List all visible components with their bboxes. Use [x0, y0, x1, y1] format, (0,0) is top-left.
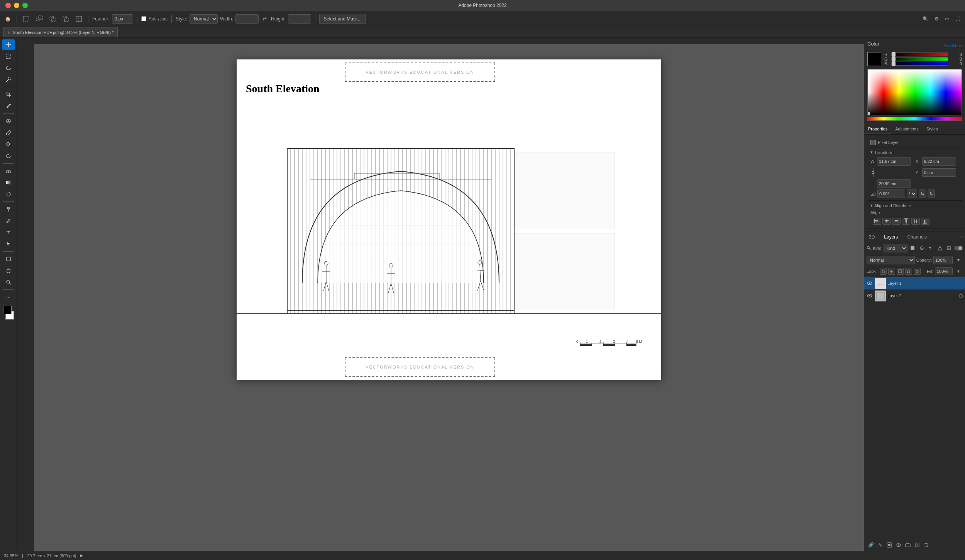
layer-2-visibility[interactable]: [867, 293, 873, 299]
filter-text-btn[interactable]: T: [927, 244, 935, 252]
transform-btn[interactable]: [73, 14, 84, 24]
fullscreen-btn[interactable]: ⛶: [953, 15, 962, 23]
close-tab-icon[interactable]: ✕: [7, 30, 10, 35]
zoom-tool[interactable]: [2, 277, 15, 288]
layer-row-2[interactable]: Layer 2: [864, 289, 965, 302]
lock-artboard-btn[interactable]: [897, 268, 904, 275]
swap-wh-btn[interactable]: ⇄: [261, 15, 269, 23]
lock-position-btn[interactable]: [888, 268, 895, 275]
hand-tool[interactable]: [2, 265, 15, 276]
settings-btn[interactable]: ⚙: [933, 15, 941, 23]
layer-adjust-btn[interactable]: [894, 541, 903, 549]
lock-something-btn[interactable]: [914, 268, 921, 275]
align-right-btn[interactable]: [892, 218, 901, 225]
style-select[interactable]: Normal: [190, 14, 218, 24]
align-left-btn[interactable]: [873, 218, 881, 225]
transform-title[interactable]: ▾ Transform: [870, 150, 959, 155]
width-input[interactable]: [235, 14, 259, 24]
w-input[interactable]: [877, 157, 911, 166]
eyedropper-tool[interactable]: [2, 101, 15, 112]
y-input[interactable]: [922, 168, 956, 177]
filter-shape-btn[interactable]: [936, 244, 943, 252]
tab-3d[interactable]: 3D: [864, 232, 879, 242]
filter-select[interactable]: Kind: [883, 244, 907, 252]
window-btn[interactable]: ▭: [943, 15, 951, 23]
layer-mask-btn[interactable]: [885, 541, 894, 549]
add-selection-btn[interactable]: [34, 14, 45, 24]
intersect-selection-btn[interactable]: [60, 14, 71, 24]
opacity-input[interactable]: [933, 256, 953, 264]
feather-input[interactable]: [112, 14, 133, 24]
brush-tool[interactable]: [2, 127, 15, 138]
h-input[interactable]: [877, 179, 911, 188]
layer-delete-btn[interactable]: [922, 541, 931, 549]
select-mask-button[interactable]: Select and Mask...: [319, 14, 366, 24]
chain-link[interactable]: [870, 167, 876, 178]
align-top-btn[interactable]: [902, 218, 910, 225]
align-bottom-btn[interactable]: [921, 218, 929, 225]
eraser-tool[interactable]: [2, 166, 15, 176]
clone-tool[interactable]: [2, 139, 15, 150]
blue-slider-thumb[interactable]: [892, 61, 896, 66]
color-main-swatch[interactable]: [867, 52, 881, 66]
filter-toggle-btn[interactable]: [954, 244, 963, 252]
maximize-button[interactable]: [22, 3, 28, 8]
blur-tool[interactable]: [2, 189, 15, 200]
lock-all-btn[interactable]: [905, 268, 912, 275]
foreground-color-swatch[interactable]: [3, 306, 12, 314]
blend-mode-select[interactable]: Normal: [867, 256, 915, 264]
status-arrow-btn[interactable]: ▶: [80, 553, 83, 558]
align-middle-v-btn[interactable]: [911, 218, 920, 225]
shape-tool[interactable]: [2, 254, 15, 264]
crop-tool[interactable]: [2, 89, 15, 100]
filter-adjust-btn[interactable]: [918, 244, 925, 252]
tab-adjustments[interactable]: Adjustments: [891, 124, 923, 134]
angle-input[interactable]: [877, 189, 905, 198]
gradient-tool[interactable]: [2, 177, 15, 188]
tab-properties[interactable]: Properties: [864, 124, 891, 134]
lasso-tool[interactable]: [2, 63, 15, 73]
minimize-button[interactable]: [14, 3, 19, 8]
tab-layers[interactable]: Layers: [879, 232, 902, 242]
close-button[interactable]: [5, 3, 11, 8]
document-tab[interactable]: ✕ South Elevation PDF.pdf @ 34.3% (Layer…: [3, 27, 118, 37]
color-spectrum[interactable]: [867, 69, 962, 115]
anti-alias-checkbox[interactable]: [141, 16, 146, 21]
magic-wand-tool[interactable]: [2, 74, 15, 85]
layer-new-btn[interactable]: [913, 541, 921, 549]
opacity-dropdown-btn[interactable]: ▾: [954, 256, 963, 264]
filter-smart-btn[interactable]: [945, 244, 953, 252]
layer-fx-btn[interactable]: fx: [876, 541, 884, 549]
path-select-tool[interactable]: [2, 239, 15, 249]
tab-styles[interactable]: Styles: [923, 124, 942, 134]
red-slider-thumb[interactable]: [892, 52, 896, 57]
green-slider-thumb[interactable]: [892, 57, 896, 61]
layer-group-btn[interactable]: [904, 541, 912, 549]
layers-menu-btn[interactable]: ≡: [956, 233, 965, 241]
layer-link-btn[interactable]: 🔗: [867, 541, 875, 549]
canvas-container[interactable]: VECTORWORKS EDUCATIONAL VERSION South El…: [34, 44, 864, 551]
fill-input[interactable]: [935, 267, 953, 275]
align-center-h-btn[interactable]: [882, 218, 891, 225]
home-button[interactable]: 🏠: [3, 15, 13, 23]
selection-tool[interactable]: [2, 51, 15, 62]
x-input[interactable]: [922, 157, 956, 166]
pen-tool[interactable]: [2, 215, 15, 226]
layer-1-visibility[interactable]: [867, 280, 873, 286]
tab-channels[interactable]: Channels: [902, 232, 931, 242]
angle-select[interactable]: °: [907, 189, 917, 198]
hue-bar[interactable]: [867, 117, 962, 121]
new-selection-btn[interactable]: [21, 14, 32, 24]
layer-row-1[interactable]: Layer 1: [864, 277, 965, 289]
fill-dropdown-btn[interactable]: ▾: [954, 267, 963, 276]
text-tool[interactable]: T: [2, 227, 15, 238]
filter-pixel-btn[interactable]: [909, 244, 916, 252]
search-btn[interactable]: 🔍: [921, 15, 930, 23]
flip-h-btn[interactable]: ⇆: [919, 189, 926, 198]
swatches-link[interactable]: Swatches: [943, 43, 962, 48]
align-title[interactable]: ▾ Align and Distribute: [870, 203, 959, 208]
flip-v-btn[interactable]: ⇅: [928, 189, 935, 198]
height-input[interactable]: [288, 14, 311, 24]
lock-pixels-btn[interactable]: [880, 268, 887, 275]
history-brush-tool[interactable]: [2, 151, 15, 161]
